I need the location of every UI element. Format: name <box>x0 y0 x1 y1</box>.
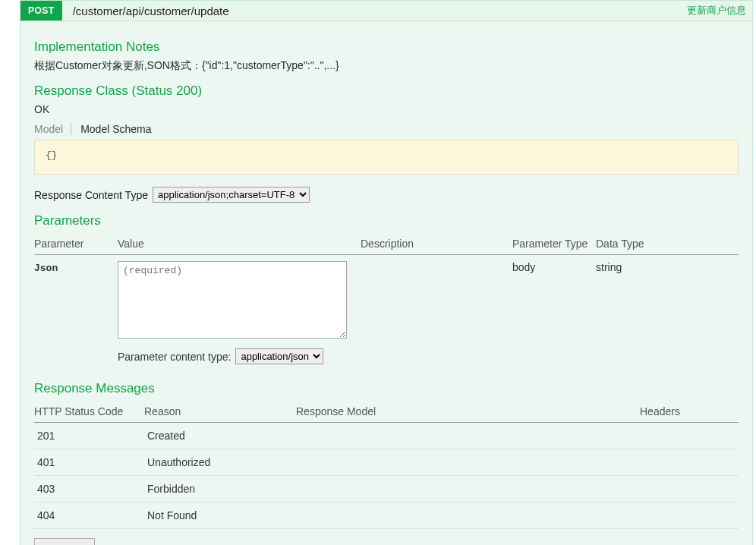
param-value-input[interactable] <box>118 261 347 339</box>
response-content-type-row: Response Content Type application/json;c… <box>34 187 739 203</box>
params-header-datatype: Data Type <box>596 233 739 255</box>
resp-row: 401 Unauthorized <box>34 449 739 476</box>
resp-row: 403 Forbidden <box>34 476 739 502</box>
params-row: Json Parameter content type: application… <box>34 255 739 371</box>
resp-headers <box>640 449 739 476</box>
http-method-badge: POST <box>20 1 62 20</box>
implementation-notes-text: 根据Customer对象更新,SON格式：{"id":1,"customerTy… <box>34 59 739 73</box>
param-content-type-select[interactable]: application/json <box>235 348 323 364</box>
implementation-notes-heading: Implementation Notes <box>34 39 739 55</box>
resp-row: 404 Not Found <box>34 502 739 529</box>
resp-code: 403 <box>34 476 144 502</box>
param-name: Json <box>34 263 58 274</box>
resp-code: 401 <box>34 449 144 476</box>
resp-model <box>296 449 640 476</box>
resp-code: 404 <box>34 502 144 529</box>
resp-headers <box>640 502 739 529</box>
resp-reason: Created <box>144 423 296 449</box>
resp-code: 201 <box>34 423 144 449</box>
params-header-description: Description <box>361 233 512 255</box>
param-description <box>361 255 512 371</box>
resp-headers <box>640 476 739 502</box>
resp-header-reason: Reason <box>144 401 296 423</box>
resp-reason: Not Found <box>144 502 296 529</box>
operation-body: Implementation Notes 根据Customer对象更新,SON格… <box>20 21 753 545</box>
endpoint-path[interactable]: /customer/api/customer/update <box>62 5 687 17</box>
resp-reason: Unauthorized <box>144 449 296 476</box>
resp-model <box>296 423 640 449</box>
params-header-value: Value <box>118 233 361 255</box>
response-content-type-select[interactable]: application/json;charset=UTF-8 <box>153 187 310 203</box>
operation-header[interactable]: POST /customer/api/customer/update 更新商户信… <box>20 0 753 21</box>
try-it-out-button[interactable]: Try it out! <box>34 538 95 545</box>
params-header-type: Parameter Type <box>512 233 596 255</box>
response-class-heading: Response Class (Status 200) <box>34 83 739 99</box>
resp-header-code: HTTP Status Code <box>34 401 144 423</box>
response-messages-table: HTTP Status Code Reason Response Model H… <box>34 401 739 529</box>
tab-model-schema[interactable]: Model Schema <box>80 123 159 135</box>
resp-header-model: Response Model <box>296 401 640 423</box>
resp-model <box>296 476 640 502</box>
model-schema-box[interactable]: {} <box>34 140 739 175</box>
response-messages-heading: Response Messages <box>34 381 739 396</box>
operation-summary[interactable]: 更新商户信息 <box>687 4 752 17</box>
response-class-status: OK <box>34 103 739 115</box>
resp-model <box>296 502 640 529</box>
param-paramtype: body <box>512 255 596 371</box>
parameters-heading: Parameters <box>34 213 739 228</box>
model-tabs: Model Model Schema <box>34 123 739 135</box>
resp-row: 201 Created <box>34 423 739 449</box>
resp-headers <box>640 423 739 449</box>
parameters-table: Parameter Value Description Parameter Ty… <box>34 233 739 370</box>
resp-header-headers: Headers <box>640 401 739 423</box>
resp-reason: Forbidden <box>144 476 296 502</box>
params-header-parameter: Parameter <box>34 233 118 255</box>
param-content-type-label: Parameter content type: <box>118 351 231 363</box>
tab-model[interactable]: Model <box>34 123 71 135</box>
param-datatype: string <box>596 255 739 371</box>
response-content-type-label: Response Content Type <box>34 189 148 201</box>
